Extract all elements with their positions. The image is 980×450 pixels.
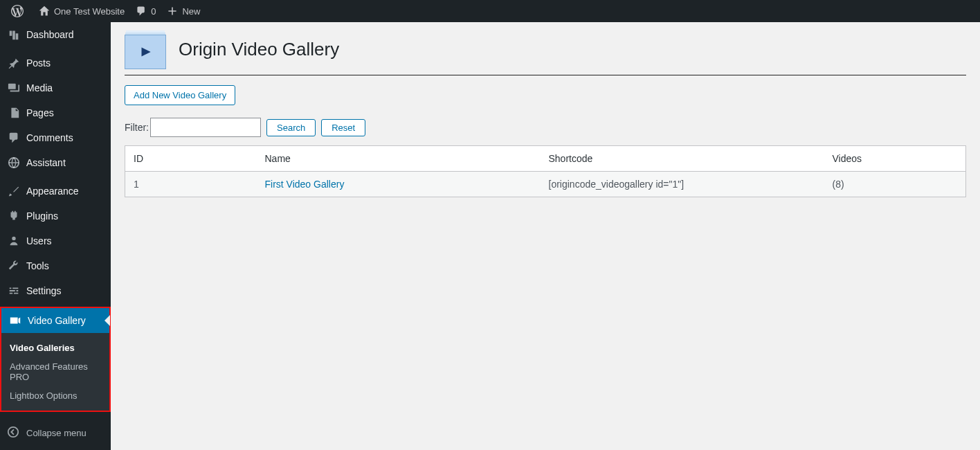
sidebar-item-users[interactable]: Users bbox=[0, 228, 111, 253]
col-header-id[interactable]: ID bbox=[125, 146, 257, 172]
submenu-advanced-features[interactable]: Advanced Features PRO bbox=[1, 357, 109, 386]
col-header-shortcode[interactable]: Shortcode bbox=[541, 146, 824, 172]
media-icon bbox=[7, 81, 21, 95]
sidebar-label: Appearance bbox=[26, 186, 79, 197]
site-name-link[interactable]: One Test Website bbox=[33, 0, 130, 22]
sidebar-item-video-gallery[interactable]: Video Gallery bbox=[1, 308, 109, 333]
page-icon bbox=[7, 106, 21, 120]
galleries-table: ID Name Shortcode Videos 1 First Video G… bbox=[125, 145, 966, 197]
new-label: New bbox=[182, 6, 200, 17]
users-icon bbox=[7, 234, 21, 248]
sidebar-item-pages[interactable]: Pages bbox=[0, 100, 111, 125]
site-name-text: One Test Website bbox=[54, 6, 125, 17]
comments-link[interactable]: 0 bbox=[130, 0, 161, 22]
page-icon bbox=[125, 35, 166, 69]
collapse-menu-button[interactable]: Collapse menu bbox=[0, 420, 111, 446]
sidebar-label: Dashboard bbox=[26, 29, 74, 40]
sidebar-label: Pages bbox=[26, 107, 54, 118]
sidebar-item-plugins[interactable]: Plugins bbox=[0, 204, 111, 228]
comment-count: 0 bbox=[151, 6, 156, 17]
sidebar-label: Tools bbox=[26, 260, 49, 271]
collapse-icon bbox=[7, 426, 21, 440]
home-icon bbox=[39, 6, 50, 17]
cell-videos: (8) bbox=[824, 172, 966, 197]
cell-id: 1 bbox=[125, 172, 257, 197]
sidebar-item-posts[interactable]: Posts bbox=[0, 51, 111, 75]
col-header-videos[interactable]: Videos bbox=[824, 146, 966, 172]
sidebar-item-settings[interactable]: Settings bbox=[0, 278, 111, 303]
sidebar-item-appearance[interactable]: Appearance bbox=[0, 179, 111, 204]
sidebar-label: Users bbox=[26, 235, 52, 246]
sidebar-item-tools[interactable]: Tools bbox=[0, 253, 111, 278]
sidebar-label: Settings bbox=[26, 285, 62, 296]
globe-icon bbox=[7, 156, 21, 170]
video-gallery-highlight: Video Gallery Video Galleries Advanced F… bbox=[0, 307, 111, 412]
plug-icon bbox=[7, 209, 21, 223]
sidebar-item-comments[interactable]: Comments bbox=[0, 125, 111, 150]
svg-point-1 bbox=[8, 427, 18, 437]
filter-label: Filter: bbox=[125, 122, 149, 133]
sidebar-item-dashboard[interactable]: Dashboard bbox=[0, 22, 111, 47]
search-button[interactable]: Search bbox=[266, 119, 316, 136]
plus-icon bbox=[167, 6, 178, 17]
sliders-icon bbox=[7, 284, 21, 298]
brush-icon bbox=[7, 184, 21, 198]
gallery-name-link[interactable]: First Video Gallery bbox=[265, 179, 345, 190]
sidebar-label: Posts bbox=[26, 57, 51, 69]
submenu-video-galleries[interactable]: Video Galleries bbox=[1, 339, 109, 357]
cell-shortcode: [origincode_videogallery id="1"] bbox=[541, 172, 824, 197]
wrench-icon bbox=[7, 259, 21, 273]
page-title: Origin Video Gallery bbox=[179, 39, 339, 60]
new-content-link[interactable]: New bbox=[161, 0, 206, 22]
video-gallery-submenu: Video Galleries Advanced Features PRO Li… bbox=[1, 333, 109, 411]
table-header-row: ID Name Shortcode Videos bbox=[125, 146, 966, 172]
col-header-name[interactable]: Name bbox=[257, 146, 541, 172]
filter-input[interactable] bbox=[150, 118, 261, 137]
wordpress-icon bbox=[11, 5, 24, 17]
dashboard-icon bbox=[7, 28, 21, 42]
add-new-gallery-button[interactable]: Add New Video Gallery bbox=[125, 85, 235, 105]
sidebar-label: Media bbox=[26, 82, 53, 93]
filter-row: Filter: Search Reset bbox=[125, 118, 966, 137]
video-icon bbox=[8, 314, 22, 327]
collapse-label: Collapse menu bbox=[26, 428, 87, 438]
submenu-lightbox-options[interactable]: Lightbox Options bbox=[1, 386, 109, 405]
page-header: Origin Video Gallery bbox=[125, 29, 966, 75]
admin-bar: One Test Website 0 New bbox=[0, 0, 980, 22]
sidebar-label: Video Gallery bbox=[28, 315, 86, 326]
comment-icon bbox=[136, 6, 147, 17]
wp-logo[interactable] bbox=[6, 0, 33, 22]
main-content: Origin Video Gallery Add New Video Galle… bbox=[111, 22, 980, 211]
sidebar-label: Plugins bbox=[26, 210, 58, 222]
table-row: 1 First Video Gallery [origincode_videog… bbox=[125, 172, 966, 197]
sidebar-item-assistant[interactable]: Assistant bbox=[0, 150, 111, 175]
sidebar-item-media[interactable]: Media bbox=[0, 75, 111, 100]
pin-icon bbox=[7, 56, 21, 70]
comment-icon bbox=[7, 131, 21, 145]
sidebar-label: Comments bbox=[26, 132, 73, 143]
sidebar-label: Assistant bbox=[26, 157, 66, 168]
admin-sidebar: Dashboard Posts Media Pages Comments Ass… bbox=[0, 22, 111, 450]
reset-button[interactable]: Reset bbox=[321, 119, 365, 136]
